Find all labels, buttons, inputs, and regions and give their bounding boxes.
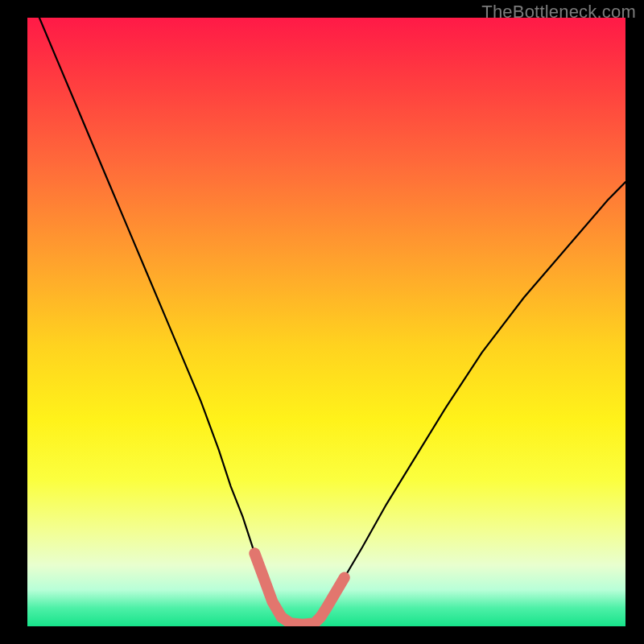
curve-svg — [27, 18, 625, 626]
highlight-segment — [282, 617, 320, 625]
chart-frame: TheBottleneck.com — [0, 0, 644, 644]
highlight-markers — [254, 553, 345, 624]
bottleneck-curve — [39, 18, 625, 625]
highlight-segment — [254, 553, 282, 617]
plot-area — [27, 18, 625, 626]
highlight-segment — [320, 578, 345, 617]
